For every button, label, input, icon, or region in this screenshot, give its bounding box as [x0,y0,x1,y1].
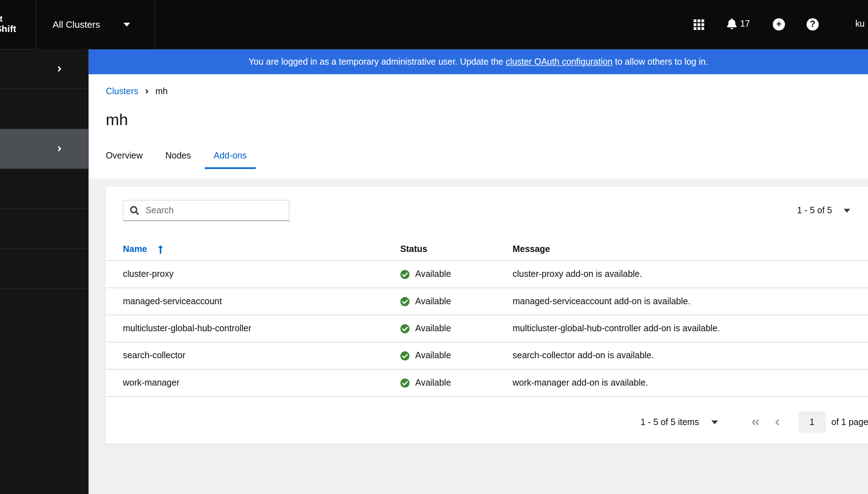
temporary-admin-banner: You are logged in as a temporary adminis… [88,49,868,74]
bell-icon [726,18,737,29]
addon-message-cell: cluster-proxy add-on is available. [512,269,868,279]
brand-logo[interactable]: Red Hat OpenShift [0,0,36,49]
app-launcher-icon[interactable] [694,20,704,30]
addons-table: Name Status Message cluster-proxy Availa… [106,238,868,397]
addon-message-cell: multicluster-global-hub-controller add-o… [512,323,868,333]
breadcrumb: Clusters mh [106,86,168,96]
breadcrumb-current: mh [156,86,168,96]
top-pagination-menu[interactable]: 1 - 5 of 5 [797,200,850,221]
check-circle-icon [400,378,409,387]
status-label: Available [415,296,451,306]
oauth-configuration-link[interactable]: cluster OAuth configuration [506,57,613,67]
sort-ascending-icon [157,245,164,254]
cluster-tabs: Overview Nodes Add-ons [97,145,261,169]
addons-card: 1 - 5 of 5 Name Status Message cluster-p… [106,187,868,444]
notification-count: 17 [740,19,750,29]
breadcrumb-chevron-icon [144,88,149,95]
addon-name-cell: work-manager [123,378,400,388]
search-input[interactable] [145,205,274,216]
status-label: Available [415,351,451,361]
search-box [123,200,289,221]
table-row: cluster-proxy Available cluster-proxy ad… [106,261,868,288]
chevron-down-icon[interactable] [711,420,718,424]
check-circle-icon [400,269,409,279]
masthead: Red Hat OpenShift All Clusters 17 + ? ku [0,0,868,49]
sidebar-nav [0,49,88,494]
addon-name-cell: multicluster-global-hub-controller [123,323,400,333]
name-header-label: Name [123,244,147,254]
status-label: Available [415,323,451,333]
sidebar-nav-item-2[interactable] [0,89,88,129]
chevron-down-icon [843,209,850,213]
page-title: mh [106,111,128,129]
addon-name-cell: cluster-proxy [123,269,400,279]
cluster-selector-dropdown[interactable]: All Clusters [36,0,155,49]
current-page-input[interactable] [798,412,826,433]
tab-addons[interactable]: Add-ons [205,145,256,169]
top-pagination-summary: 1 - 5 of 5 [797,205,832,215]
breadcrumb-clusters-link[interactable]: Clusters [106,86,138,96]
question-glyph: ? [810,20,815,29]
cluster-selector-label: All Clusters [53,19,100,30]
previous-page-icon[interactable] [774,417,780,426]
tab-nodes[interactable]: Nodes [157,145,200,169]
addon-status-cell: Available [400,351,512,361]
add-resource-icon[interactable]: + [773,18,785,30]
addon-status-cell: Available [400,323,512,333]
sidebar-nav-item-5[interactable] [0,209,88,249]
table-row: work-manager Available work-manager add-… [106,370,868,397]
sidebar-nav-item-3-active[interactable] [0,129,88,169]
help-icon[interactable]: ? [807,18,819,30]
logo-line1: Red Hat [0,14,16,24]
addon-message-cell: search-collector add-on is available. [512,351,868,361]
openshift-logo: Red Hat OpenShift [0,14,16,35]
addon-message-cell: managed-serviceaccount add-on is availab… [512,296,868,306]
addon-status-cell: Available [400,296,512,306]
sidebar-nav-item-6[interactable] [0,249,88,289]
status-label: Available [415,269,451,279]
check-circle-icon [400,324,409,333]
tab-overview[interactable]: Overview [97,145,152,169]
pagination-items-summary[interactable]: 1 - 5 of 5 items [640,417,699,427]
notifications-button[interactable]: 17 [726,18,750,29]
main-content: Clusters mh mh Overview Nodes Add-ons 1 … [88,74,868,494]
user-menu[interactable]: ku [855,19,864,29]
table-body: cluster-proxy Available cluster-proxy ad… [106,261,868,397]
bottom-pagination: 1 - 5 of 5 items of 1 page [640,412,868,432]
chevron-right-icon [55,145,64,154]
addon-name-cell: managed-serviceaccount [123,296,400,306]
chevron-right-icon [55,65,64,74]
table-row: multicluster-global-hub-controller Avail… [106,315,868,342]
page-count-label: of 1 page [831,417,868,427]
banner-text-before: You are logged in as a temporary adminis… [249,57,506,67]
addon-status-cell: Available [400,269,512,279]
console-page: Red Hat OpenShift All Clusters 17 + ? ku [0,0,868,494]
first-page-icon[interactable] [750,417,760,426]
table-row: managed-serviceaccount Available managed… [106,288,868,315]
chevron-down-icon [124,23,130,27]
column-header-name[interactable]: Name [123,244,400,254]
logo-line2: OpenShift [0,24,16,35]
check-circle-icon [400,351,409,360]
addon-message-cell: work-manager add-on is available. [512,378,868,388]
sidebar-nav-item-4[interactable] [0,169,88,209]
table-row: search-collector Available search-collec… [106,342,868,369]
addon-name-cell: search-collector [123,351,400,361]
plus-glyph: + [776,20,782,29]
check-circle-icon [400,297,409,306]
column-header-status: Status [400,244,512,254]
column-header-message: Message [512,244,868,254]
sidebar-nav-item-1[interactable] [0,49,88,89]
search-icon [130,206,139,215]
status-label: Available [415,378,451,388]
banner-text-after: to allow others to log in. [613,57,708,67]
table-header-row: Name Status Message [106,238,868,261]
addon-status-cell: Available [400,378,512,388]
